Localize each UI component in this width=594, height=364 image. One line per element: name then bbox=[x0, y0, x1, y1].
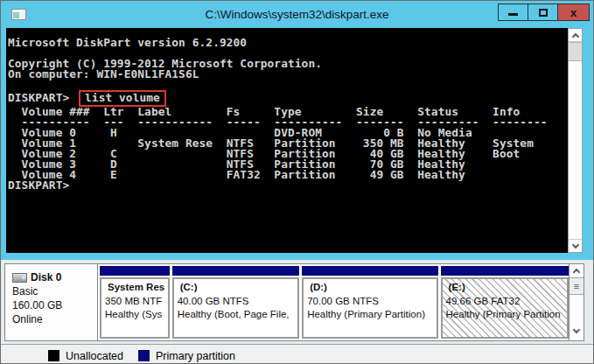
console-prompt: DISKPART> bbox=[8, 91, 76, 104]
partition-type-bar bbox=[100, 266, 170, 276]
partition-size: 350 MB NTF bbox=[105, 295, 165, 309]
console-output: Microsoft DiskPart version 6.2.9200 Copy… bbox=[6, 28, 568, 191]
window-controls: x bbox=[498, 4, 590, 21]
disk-type: Basic bbox=[12, 284, 92, 298]
partition-size: 40.00 GB NTFS bbox=[178, 295, 295, 309]
disk-size: 160.00 GB bbox=[12, 298, 92, 312]
minimize-button[interactable] bbox=[499, 4, 528, 20]
scroll-up-button[interactable] bbox=[569, 29, 582, 42]
diskpart-window: C:\Windows\system32\diskpart.exe x Micro… bbox=[0, 0, 594, 364]
partition-type-bar bbox=[172, 266, 299, 276]
partition-name: System Res bbox=[105, 281, 165, 295]
disk-0-info[interactable]: Disk 0 Basic 160.00 GB Online bbox=[5, 264, 98, 340]
close-button[interactable]: x bbox=[558, 4, 589, 20]
disk-status: Online bbox=[12, 312, 92, 326]
partition-name: (C:) bbox=[178, 281, 295, 295]
maximize-button[interactable] bbox=[528, 4, 558, 20]
title-bar[interactable]: C:\Windows\system32\diskpart.exe x bbox=[1, 1, 593, 28]
scroll-up-button[interactable] bbox=[570, 264, 584, 277]
disk-management-panel: Disk 0 Basic 160.00 GB Online System Res… bbox=[1, 260, 593, 364]
maximize-icon bbox=[539, 9, 548, 17]
partition-size: 49.66 GB FAT32 bbox=[446, 295, 564, 309]
partition-c[interactable]: (C:) 40.00 GB NTFS Healthy (Boot, Page F… bbox=[172, 266, 299, 339]
console-prompt-2: DISKPART> bbox=[8, 178, 69, 192]
partition-name: (D:) bbox=[307, 281, 433, 295]
disk-drive-icon bbox=[12, 273, 27, 283]
scroll-down-button[interactable] bbox=[570, 324, 584, 337]
partition-status: Healthy (Boot, Page File, bbox=[178, 308, 295, 322]
chevron-down-icon bbox=[573, 326, 580, 332]
disk-0-row: Disk 0 Basic 160.00 GB Online System Res… bbox=[4, 263, 584, 341]
partition-type-bar bbox=[302, 266, 437, 276]
close-icon: x bbox=[570, 7, 577, 18]
partition-size: 70.00 GB NTFS bbox=[307, 295, 433, 309]
disk-name: Disk 0 bbox=[31, 270, 61, 284]
partition-status: Healthy (Primary Partition) bbox=[307, 308, 433, 322]
volume-table: Volume ### Ltr Label Fs Type Size Status… bbox=[8, 105, 548, 181]
console-output-area[interactable]: Microsoft DiskPart version 6.2.9200 Copy… bbox=[6, 28, 568, 253]
partition-legend: Unallocated Primary partition bbox=[1, 344, 593, 364]
primary-partition-swatch bbox=[138, 350, 150, 361]
primary-partition-label: Primary partition bbox=[156, 350, 235, 362]
chevron-up-icon bbox=[571, 32, 578, 39]
partition-map: System Res 350 MB NTF Healthy (Sys (C:) … bbox=[98, 264, 569, 340]
partition-status: Healthy (Primary Partition bbox=[446, 308, 564, 322]
chevron-up-icon bbox=[573, 269, 580, 276]
unallocated-label: Unallocated bbox=[66, 350, 123, 362]
partition-d[interactable]: (D:) 70.00 GB NTFS Healthy (Primary Part… bbox=[302, 266, 437, 339]
scroll-down-button[interactable] bbox=[569, 239, 582, 252]
minimize-icon bbox=[508, 13, 518, 16]
console-scrollbar[interactable] bbox=[568, 28, 583, 253]
partition-e-selected[interactable]: (E:) 49.66 GB FAT32 Healthy (Primary Par… bbox=[441, 266, 569, 339]
scrollbar-thumb[interactable]: ≡ bbox=[570, 277, 584, 295]
console-window-icon bbox=[11, 9, 26, 20]
console-intro: Microsoft DiskPart version 6.2.9200 Copy… bbox=[8, 36, 322, 80]
partition-type-bar bbox=[441, 266, 569, 276]
chevron-down-icon bbox=[571, 242, 578, 248]
unallocated-swatch bbox=[48, 350, 59, 361]
partition-system-reserved[interactable]: System Res 350 MB NTF Healthy (Sys bbox=[100, 266, 170, 339]
scrollbar-thumb[interactable] bbox=[569, 42, 582, 61]
partition-status: Healthy (Sys bbox=[105, 308, 165, 322]
console-frame: Microsoft DiskPart version 6.2.9200 Copy… bbox=[1, 28, 593, 260]
partition-name: (E:) bbox=[446, 281, 564, 295]
disk-panel-scrollbar[interactable]: ≡ bbox=[569, 264, 584, 340]
